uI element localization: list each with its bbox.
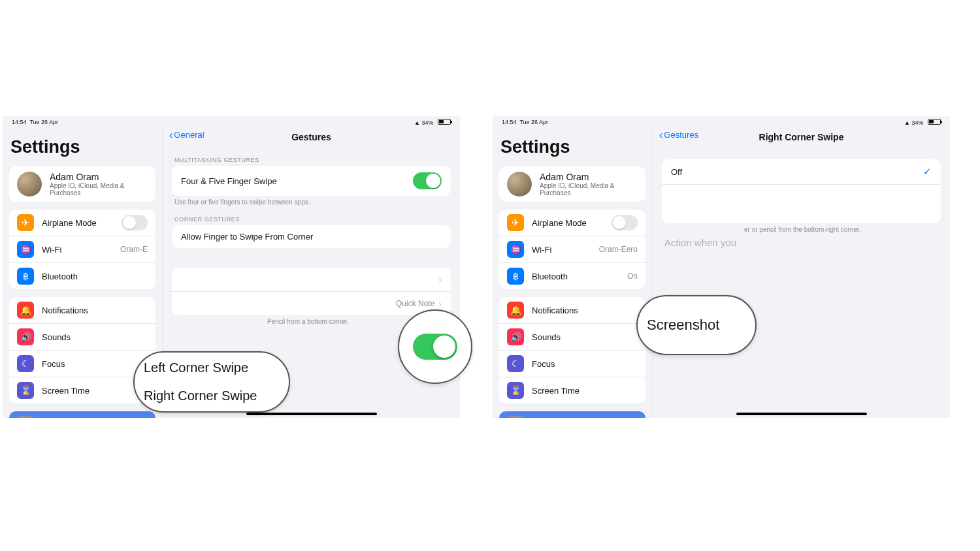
moon-icon: ☾ <box>507 355 524 372</box>
detail-title: Right Corner Swipe <box>759 132 844 142</box>
callout-text: Screenshot <box>647 310 746 340</box>
sidebar-item-general[interactable]: ⚙ General <box>9 411 155 418</box>
detail-pane: ‹ Gestures Right Corner Swipe Off ✓ er o… <box>652 128 950 418</box>
profile-name: Adam Oram <box>50 172 148 182</box>
row-allow-corner-swipe[interactable]: Allow Finger to Swipe From Corner <box>172 225 451 248</box>
status-right: ▲ 34% <box>414 119 451 126</box>
toggle-four-five[interactable] <box>413 172 442 189</box>
sidebar-item-general[interactable]: ⚙ General <box>499 411 645 418</box>
gear-icon: ⚙ <box>17 416 34 418</box>
peek-text: Action when you <box>653 233 950 248</box>
airplane-switch[interactable] <box>122 215 148 230</box>
sidebar-item-focus[interactable]: ☾ Focus <box>9 350 155 377</box>
profile-card[interactable]: Adam Oram Apple ID, iCloud, Media & Purc… <box>9 166 155 202</box>
battery-icon <box>438 119 451 125</box>
profile-card[interactable]: Adam Oram Apple ID, iCloud, Media & Purc… <box>499 166 645 202</box>
moon-icon: ☾ <box>17 355 34 372</box>
callout-text: Right Corner Swipe <box>144 382 280 410</box>
page-title: Settings <box>3 128 162 163</box>
sidebar-item-screentime[interactable]: ⌛ Screen Time <box>499 377 645 403</box>
row-four-five-swipe[interactable]: Four & Five Finger Swipe <box>172 166 451 196</box>
avatar <box>507 172 532 197</box>
section-help: Use four or five fingers to swipe betwee… <box>163 196 460 206</box>
bluetooth-icon: ฿ <box>17 268 34 285</box>
sidebar: Settings Adam Oram Apple ID, iCloud, Med… <box>493 128 652 418</box>
option-off[interactable]: Off ✓ <box>662 159 941 184</box>
statusbar: 14:54 Tue 26 Apr ▲ 34% <box>493 116 950 127</box>
row-right-corner[interactable]: Quick Note› <box>172 291 451 315</box>
callout-corner-swipe: Left Corner Swipe Right Corner Swipe <box>133 351 290 413</box>
toggle-icon <box>413 334 457 360</box>
speaker-icon: 🔊 <box>507 328 524 345</box>
checkmark-icon: ✓ <box>923 166 932 178</box>
sidebar-item-sounds[interactable]: 🔊 Sounds <box>499 323 645 350</box>
sidebar-item-notifications[interactable]: 🔔 Notifications <box>9 297 155 323</box>
section-help: er or pencil from the bottom-right corne… <box>653 223 950 233</box>
hourglass-icon: ⌛ <box>507 382 524 399</box>
page-title: Settings <box>493 128 652 163</box>
statusbar: 14:54 Tue 26 Apr ▲ 34% <box>3 116 460 127</box>
callout-screenshot: Screenshot <box>636 295 757 355</box>
sidebar-item-airplane[interactable]: ✈ Airplane Mode <box>499 210 645 236</box>
chevron-right-icon: › <box>438 298 442 309</box>
speaker-icon: 🔊 <box>17 328 34 345</box>
callout-text: Left Corner Swipe <box>144 354 280 382</box>
gear-icon: ⚙ <box>507 416 524 418</box>
sidebar-item-sounds[interactable]: 🔊 Sounds <box>9 323 155 350</box>
hourglass-icon: ⌛ <box>17 382 34 399</box>
sidebar-item-airplane[interactable]: ✈ Airplane Mode <box>9 210 155 236</box>
battery-icon <box>928 119 941 125</box>
wifi-icon: ▲ <box>414 119 420 126</box>
wifi-icon: ▲ <box>904 119 910 126</box>
chevron-right-icon: › <box>438 274 442 285</box>
wifi-icon: ♒ <box>17 241 34 258</box>
section-label: CORNER GESTURES <box>163 206 460 225</box>
sidebar-item-bluetooth[interactable]: ฿ Bluetooth <box>9 262 155 289</box>
sidebar-item-wifi[interactable]: ♒ Wi-Fi Oram-Eero <box>499 236 645 262</box>
airplane-icon: ✈ <box>17 214 34 231</box>
callout-toggle <box>398 309 472 384</box>
bluetooth-icon: ฿ <box>507 268 524 285</box>
row-left-corner[interactable]: › <box>172 268 451 291</box>
airplane-switch[interactable] <box>612 215 638 230</box>
airplane-icon: ✈ <box>507 214 524 231</box>
chevron-left-icon: ‹ <box>169 131 172 139</box>
detail-title: Gestures <box>291 132 331 142</box>
option-screenshot[interactable] <box>662 184 941 223</box>
screenshot-right: 14:54 Tue 26 Apr ▲ 34% Settings Adam Ora… <box>493 116 950 418</box>
avatar <box>17 172 42 197</box>
sidebar-item-focus[interactable]: ☾ Focus <box>499 350 645 377</box>
sidebar-item-wifi[interactable]: ♒ Wi-Fi Oram-E <box>9 236 155 262</box>
profile-name: Adam Oram <box>540 172 638 182</box>
chevron-left-icon: ‹ <box>659 131 662 139</box>
home-indicator <box>736 413 867 415</box>
profile-sub: Apple ID, iCloud, Media & Purchases <box>50 182 148 197</box>
home-indicator <box>246 413 377 415</box>
bell-icon: 🔔 <box>507 302 524 319</box>
wifi-icon: ♒ <box>507 241 524 258</box>
profile-sub: Apple ID, iCloud, Media & Purchases <box>540 182 638 197</box>
section-label: MULTITASKING GESTURES <box>163 146 460 166</box>
back-button[interactable]: ‹ General <box>169 130 204 140</box>
sidebar-item-notifications[interactable]: 🔔 Notifications <box>499 297 645 323</box>
sidebar-item-bluetooth[interactable]: ฿ Bluetooth On <box>499 262 645 289</box>
back-button[interactable]: ‹ Gestures <box>659 130 698 140</box>
bell-icon: 🔔 <box>17 302 34 319</box>
